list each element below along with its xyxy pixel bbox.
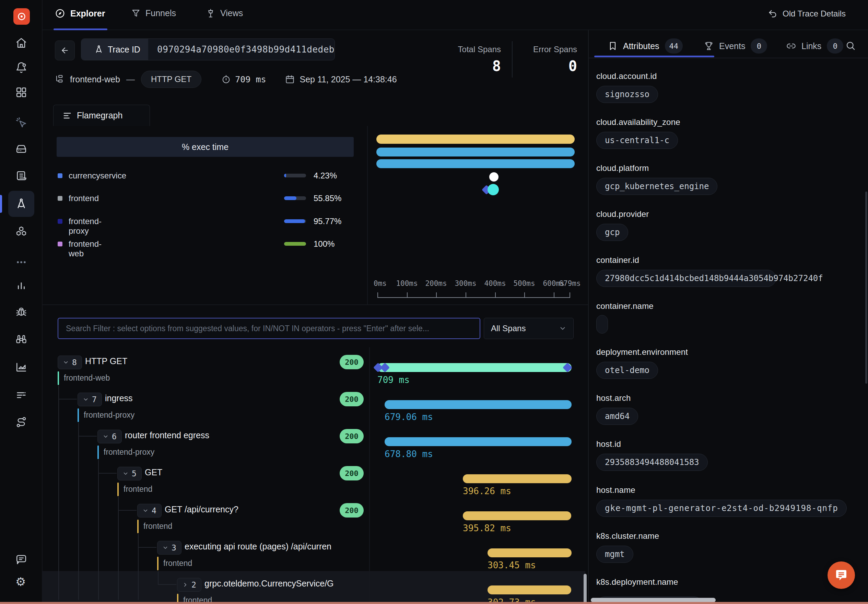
chevron-down-icon [162,545,169,551]
attr-value-empty[interactable] [596,315,608,334]
attr-value[interactable]: otel-demo [596,362,658,379]
tab-funnels[interactable]: Funnels [131,8,176,18]
span-duration-label: 709 ms [377,375,410,385]
service-tree-icon [55,74,65,84]
flame-section-bottom-border [43,304,588,305]
span-search-input[interactable] [57,318,480,339]
span-collapse-toggle[interactable]: 7 [78,393,102,406]
service-color-bar [98,446,99,459]
panel-vertical-scrollbar[interactable] [865,191,867,384]
infra-drive-icon[interactable] [16,143,27,155]
stats-divider [512,41,513,78]
span-collapse-toggle[interactable]: 5 [117,467,142,480]
old-trace-details-link[interactable]: Old Trace Details [768,9,846,19]
funnel-icon [131,9,141,18]
flame-dot-cyan[interactable] [488,184,499,195]
trace-id-chip-label: Trace ID [81,39,148,60]
gantt-bar[interactable] [384,400,572,409]
exec-time-header: % exec time [57,137,354,157]
back-button[interactable] [55,40,75,61]
services-cubes-icon[interactable] [16,225,27,237]
attr-value[interactable]: amd64 [596,408,638,425]
trace-details-page: ⚙ Explorer Funnels Views [0,0,868,604]
span-details-panel: Attributes 44 Events 0 Links 0 [589,30,868,604]
total-spans-stat: Total Spans 8 [439,45,501,75]
help-chat-fab[interactable] [828,561,855,589]
more-ellipsis-icon[interactable] [16,256,27,268]
span-collapse-toggle[interactable]: 6 [98,430,122,443]
attr-key: host.arch [596,393,631,403]
logs-scroll-icon[interactable] [16,170,27,182]
attr-key: host.name [596,485,636,495]
legend-track [284,242,306,246]
meta-separator: — [126,75,135,84]
status-badge: 200 [339,355,364,369]
charts-area-icon[interactable] [16,361,27,373]
flame-section-vdivider [367,126,368,304]
legend-swatch [57,196,62,201]
tab-links[interactable]: Links 0 [786,39,843,54]
attr-value[interactable]: gke-mgmt-pl-generator-e2st4-od-b2949198-… [596,500,847,517]
gantt-bar[interactable] [463,511,571,520]
attr-value[interactable]: 2935883494488041583 [596,454,708,471]
gantt-bar[interactable] [463,474,572,483]
tab-explorer[interactable]: Explorer [55,8,105,19]
tab-views[interactable]: Views [206,8,243,18]
gantt-bar[interactable] [377,363,572,372]
click-cursor-icon[interactable] [16,117,27,128]
tab-events[interactable]: Events 0 [704,39,767,54]
signoz-logo[interactable] [13,8,30,25]
explore-binoculars-icon[interactable] [16,334,27,345]
attr-value[interactable]: us-central1-c [596,132,678,149]
attr-key: container.name [596,301,654,311]
routes-flow-icon[interactable] [16,416,27,428]
flame-dot-white[interactable] [489,172,499,182]
span-duration-label: 395.82 ms [463,523,511,533]
span-collapse-toggle[interactable]: 8 [57,356,82,369]
flame-bar-frontend[interactable] [377,135,575,144]
undo-arrow-icon [768,9,777,19]
dashboards-grid-icon[interactable] [16,87,27,98]
attr-value-container-id[interactable]: 27980dcc5c1d414bcbed148b9444a3054b974b27… [596,270,776,287]
list-lines-icon[interactable] [16,389,27,401]
legend-track [284,174,306,177]
span-collapse-toggle[interactable]: 3 [157,541,181,554]
attr-key: k8s.cluster.name [596,531,659,541]
bookmark-icon [608,41,618,51]
flame-bar-proxy-2[interactable] [377,159,575,168]
span-duration-label: 303.45 ms [488,560,536,570]
support-chat-icon[interactable] [16,554,27,565]
tab-explorer-label: Explorer [70,9,105,19]
error-spans-stat: Error Spans 0 [523,45,577,75]
span-service-name: frontend [124,484,152,494]
span-scope-select[interactable]: All Spans [484,318,574,339]
gantt-bar[interactable] [488,585,571,595]
link-icon [786,41,796,51]
trace-id-value[interactable]: 0970294a70980e0f3498b99d411dedeb [148,44,335,54]
attr-value[interactable]: signozsso [596,86,658,103]
alerts-bell-icon[interactable] [16,62,27,73]
service-color-bar [157,557,158,570]
traces-compass-icon[interactable] [16,198,27,210]
flame-bar-proxy-1[interactable] [377,148,575,157]
tab-attributes-label: Attributes [623,41,659,51]
links-count-badge: 0 [827,39,843,54]
tab-flamegraph[interactable]: Flamegraph [53,105,150,126]
attr-value[interactable]: gcp [596,224,628,241]
settings-gear-icon[interactable]: ⚙ [16,576,26,587]
metrics-bars-icon[interactable] [16,279,27,291]
events-count-badge: 0 [751,39,767,54]
gantt-bar[interactable] [488,548,572,557]
exceptions-bug-icon[interactable] [16,306,27,318]
main-vertical-scrollbar[interactable] [584,574,587,604]
span-service-name: frontend-proxy [84,410,135,420]
panel-search-icon[interactable] [845,40,856,51]
gantt-bar[interactable] [384,437,572,446]
tab-attributes[interactable]: Attributes 44 [608,39,683,54]
attr-value[interactable]: mgmt [596,546,633,563]
span-expand-toggle[interactable]: 2 [177,578,202,592]
attr-value[interactable]: gcp_kubernetes_engine [596,178,718,195]
home-icon[interactable] [16,37,27,49]
span-collapse-toggle[interactable]: 4 [137,504,161,517]
chevron-right-icon [182,582,188,588]
